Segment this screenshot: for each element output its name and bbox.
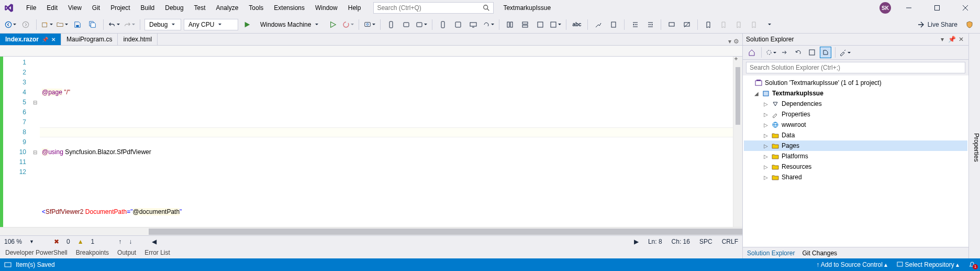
layout-icon-4[interactable] xyxy=(549,18,562,31)
menu-view[interactable]: View xyxy=(63,2,87,14)
switch-view-icon[interactable] xyxy=(765,47,777,58)
menu-extensions[interactable]: Extensions xyxy=(269,2,310,14)
debug-target-combo[interactable]: Windows Machine xyxy=(256,19,324,30)
node-wwwroot[interactable]: ▷wwwroot xyxy=(744,120,967,130)
live-share-button[interactable]: Live Share xyxy=(914,21,961,28)
save-all-button[interactable] xyxy=(86,18,99,31)
rotate-icon[interactable] xyxy=(482,18,495,31)
search-box[interactable] xyxy=(373,2,494,14)
properties-icon[interactable] xyxy=(839,47,851,58)
properties-side-tab[interactable]: Properties xyxy=(968,34,980,258)
solution-root[interactable]: Solution 'TextmarkupIssue' (1 of 1 proje… xyxy=(744,78,967,88)
scroll-right-icon[interactable]: ▶ xyxy=(634,238,639,245)
line-indicator[interactable]: Ln: 8 xyxy=(648,238,662,245)
nav-forward-button[interactable] xyxy=(19,18,32,31)
open-file-button[interactable] xyxy=(56,18,69,31)
panel-close-icon[interactable]: ✕ xyxy=(957,36,965,43)
tab-output[interactable]: Output xyxy=(117,249,136,256)
start-debug-button[interactable] xyxy=(241,18,253,31)
layout-icon-3[interactable] xyxy=(534,18,547,31)
filter-icon[interactable] xyxy=(806,47,818,58)
hot-reload-button[interactable] xyxy=(342,18,354,31)
close-tab-icon[interactable]: ✕ xyxy=(51,37,55,42)
tab-settings-icon[interactable]: ⚙ xyxy=(733,38,739,45)
toolbar-overflow-icon[interactable] xyxy=(763,18,775,31)
indent-less-icon[interactable] xyxy=(629,18,641,31)
tab-index-html[interactable]: index.html xyxy=(118,34,158,45)
node-data[interactable]: ▷Data xyxy=(744,130,967,140)
pin-icon[interactable]: 📌 xyxy=(42,37,48,42)
node-properties[interactable]: ▷Properties xyxy=(744,109,967,120)
panel-grip[interactable] xyxy=(797,38,934,41)
desktop-icon[interactable] xyxy=(467,18,480,31)
account-avatar[interactable]: SK xyxy=(879,2,891,14)
show-all-files-icon[interactable] xyxy=(820,47,831,58)
menu-analyze[interactable]: Analyze xyxy=(211,2,244,14)
config-combo[interactable]: Debug xyxy=(144,19,181,30)
close-button[interactable] xyxy=(955,1,976,15)
solution-search[interactable] xyxy=(743,60,968,75)
sync-icon[interactable] xyxy=(779,47,790,58)
find-in-files-icon[interactable] xyxy=(592,18,605,31)
solution-search-input[interactable] xyxy=(746,62,965,73)
code-text[interactable]: @page "/" @using Syncfusion.Blazor.SfPdf… xyxy=(40,57,733,227)
new-project-button[interactable] xyxy=(41,18,53,31)
phone-icon[interactable] xyxy=(437,18,449,31)
menu-project[interactable]: Project xyxy=(105,2,135,14)
node-platforms[interactable]: ▷Platforms xyxy=(744,151,967,161)
menu-test[interactable]: Test xyxy=(189,2,211,14)
spellcheck-icon[interactable]: abc xyxy=(571,18,583,31)
menu-build[interactable]: Build xyxy=(136,2,160,14)
indent-more-icon[interactable] xyxy=(644,18,656,31)
node-resources[interactable]: ▷Resources xyxy=(744,161,967,172)
space-indicator[interactable]: SPC xyxy=(699,238,712,245)
tab-powershell[interactable]: Developer PowerShell xyxy=(5,249,68,256)
scroll-left-icon[interactable]: ◀ xyxy=(152,238,157,245)
horizontal-scrollbar[interactable] xyxy=(0,227,742,235)
menu-help[interactable]: Help xyxy=(343,2,366,14)
node-dependencies[interactable]: ▷Dependencies xyxy=(744,99,967,109)
warning-icon[interactable]: ▲ xyxy=(77,238,84,245)
zoom-level[interactable]: 106 % xyxy=(4,238,22,245)
nav-up-icon[interactable]: ↑ xyxy=(118,238,121,245)
source-control-button[interactable]: ↑ Add to Source Control ▴ xyxy=(816,261,887,268)
menu-git[interactable]: Git xyxy=(87,2,105,14)
menu-window[interactable]: Window xyxy=(310,2,343,14)
notifications-button[interactable]: 1 xyxy=(968,261,976,268)
device-emulator-1[interactable] xyxy=(385,18,397,31)
menu-file[interactable]: File xyxy=(21,2,41,14)
select-repo-button[interactable]: Select Repository ▴ xyxy=(897,261,959,268)
browser-link-button[interactable] xyxy=(363,18,376,31)
error-icon[interactable]: ✖ xyxy=(54,238,59,245)
layout-icon-2[interactable] xyxy=(519,18,531,31)
tab-breakpoints[interactable]: Breakpoints xyxy=(76,249,109,256)
solution-tree[interactable]: Solution 'TextmarkupIssue' (1 of 1 proje… xyxy=(743,75,968,247)
col-indicator[interactable]: Ch: 16 xyxy=(672,238,690,245)
bookmark-prev-icon[interactable] xyxy=(717,18,730,31)
outlining-margin[interactable]: ⊟⊟ xyxy=(30,57,40,227)
overview-ruler[interactable] xyxy=(733,57,742,227)
redo-button[interactable] xyxy=(123,18,136,31)
panel-dropdown-icon[interactable]: ▾ xyxy=(938,36,946,43)
maximize-button[interactable] xyxy=(927,1,948,15)
undo-button[interactable] xyxy=(108,18,120,31)
tab-dropdown-icon[interactable]: ▾ xyxy=(728,38,731,45)
node-shared[interactable]: ▷Shared xyxy=(744,172,967,182)
tab-error-list[interactable]: Error List xyxy=(144,249,170,256)
nav-back-button[interactable] xyxy=(4,18,17,31)
doc-outline-icon[interactable] xyxy=(607,18,620,31)
menu-tools[interactable]: Tools xyxy=(243,2,269,14)
search-input[interactable] xyxy=(377,4,483,12)
uncomment-icon[interactable] xyxy=(681,18,693,31)
device-emulator-2[interactable] xyxy=(400,18,413,31)
refresh-icon[interactable] xyxy=(793,47,804,58)
node-pages[interactable]: ▷Pages xyxy=(744,140,967,151)
tab-git-changes[interactable]: Git Changes xyxy=(802,250,837,257)
menu-edit[interactable]: Edit xyxy=(41,2,63,14)
bookmark-icon[interactable] xyxy=(702,18,715,31)
menu-debug[interactable]: Debug xyxy=(160,2,188,14)
minimize-button[interactable] xyxy=(898,1,919,15)
tab-solution-explorer[interactable]: Solution Explorer xyxy=(747,250,795,257)
bookmark-clear-icon[interactable] xyxy=(748,18,760,31)
tab-index-razor[interactable]: Index.razor📌✕ xyxy=(0,34,61,45)
